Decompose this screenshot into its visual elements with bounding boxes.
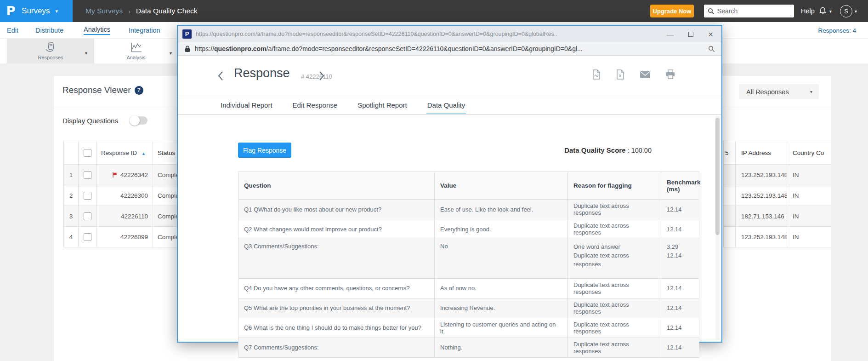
response-filter-dropdown[interactable]: All Responses ▾ xyxy=(739,84,819,99)
ip-value: 182.71.153.146 xyxy=(736,206,787,227)
value-cell: Everything is good. xyxy=(435,219,568,239)
row-checkbox[interactable] xyxy=(84,192,91,200)
modal-scrollbar[interactable] xyxy=(715,116,720,340)
value-cell: Ease of use. Like the look and feel. xyxy=(435,200,568,219)
status-value: Comple xyxy=(153,227,177,247)
next-response-icon[interactable] xyxy=(318,70,325,81)
response-id-link[interactable]: 42226110 xyxy=(97,206,153,227)
lock-icon xyxy=(185,46,190,52)
minimize-button[interactable]: — xyxy=(667,31,674,38)
svg-text:X: X xyxy=(619,74,622,78)
column-header-response-id[interactable]: Response ID▲ xyxy=(97,141,153,165)
table-row: Q2 What changes would most improve our p… xyxy=(238,219,699,239)
bell-icon xyxy=(818,6,827,16)
scrollbar-thumb[interactable] xyxy=(715,118,720,235)
tab-integration[interactable]: Integration xyxy=(129,22,160,39)
address-bar[interactable]: https://questionpro.com/a/frame.do?mode=… xyxy=(178,42,721,56)
print-icon[interactable] xyxy=(665,69,675,80)
status-value: Comple xyxy=(153,185,177,206)
maximize-button[interactable] xyxy=(688,32,693,37)
previous-response-icon[interactable] xyxy=(217,70,224,81)
row-checkbox[interactable] xyxy=(84,212,91,220)
tab-analytics[interactable]: Analytics xyxy=(84,22,110,39)
value-cell: As of now no. xyxy=(435,278,568,298)
reason-cell: Duplicate text across responses xyxy=(568,278,661,298)
column-header-status: Status xyxy=(153,141,177,165)
table-row: 182.71.153.146 IN xyxy=(724,206,831,227)
email-icon[interactable] xyxy=(640,69,651,80)
help-link[interactable]: Help xyxy=(801,0,815,22)
global-search[interactable] xyxy=(704,5,794,17)
reason-cell: Duplicate text across responses xyxy=(568,200,661,219)
export-excel-icon[interactable]: X xyxy=(616,69,625,80)
question-cell: Q6 What is the one thing I should do to … xyxy=(238,318,435,338)
status-value: Comple xyxy=(153,206,177,227)
response-id-link[interactable]: 42226342 xyxy=(97,165,153,185)
display-questions-toggle[interactable] xyxy=(130,116,148,125)
value-cell: Increasing Revenue. xyxy=(435,298,568,318)
divider xyxy=(178,114,721,115)
avatar: S xyxy=(840,5,852,17)
responses-table-left: Response ID▲ Status 1 42226342 Comple xyxy=(63,141,177,250)
question-cell: Q3 Comments/Suggestions: xyxy=(238,239,435,279)
benchmark-cell: 12.14 xyxy=(661,200,699,219)
table-row: 3 42226110 Comple xyxy=(64,206,177,227)
table-row: Q1 QWhat do you like most about our new … xyxy=(238,200,699,219)
tab-distribute[interactable]: Distribute xyxy=(35,22,63,39)
benchmark-cell: 12.14 xyxy=(661,219,699,239)
tab-edit[interactable]: Edit xyxy=(7,22,18,39)
column-header-benchmark: Benchmark (ms) xyxy=(661,172,699,200)
search-icon xyxy=(708,8,715,15)
value-cell: Listening to customer queries and acting… xyxy=(435,318,568,338)
toolbar-responses[interactable]: Responses ▾ xyxy=(7,39,94,63)
response-id-link[interactable]: 42226300 xyxy=(97,185,153,206)
tab-individual-report[interactable]: Individual Report xyxy=(220,96,273,115)
table-row: 123.252.193.148 IN xyxy=(724,165,831,185)
upgrade-now-button[interactable]: Upgrade Now xyxy=(650,5,694,17)
screen: P Surveys ▾ My Surveys › Data Quality Ch… xyxy=(0,0,868,361)
toggle-knob xyxy=(130,115,140,126)
notifications-button[interactable]: ▾ xyxy=(818,0,832,22)
page-title: Response Viewer ? xyxy=(62,85,143,95)
table-row: Q7 Comments/Suggestions: Nothing. Duplic… xyxy=(238,338,699,357)
product-switcher[interactable]: P Surveys ▾ xyxy=(0,0,73,22)
value-cell: No xyxy=(435,239,568,279)
close-button[interactable]: × xyxy=(708,30,713,39)
row-checkbox[interactable] xyxy=(84,171,91,179)
benchmark-cell: 12.14 xyxy=(661,318,699,338)
chevron-down-icon[interactable]: ▾ xyxy=(170,51,172,56)
benchmark-cell: 12.14 xyxy=(661,338,699,357)
table-row: Q5 What are the top priorities in your b… xyxy=(238,298,699,318)
question-cell: Q7 Comments/Suggestions: xyxy=(238,338,435,357)
window-titlebar[interactable]: P https://questionpro.com/a/frame.do?mod… xyxy=(178,26,721,42)
row-number: 2 xyxy=(64,185,79,206)
breadcrumb-my-surveys[interactable]: My Surveys xyxy=(85,7,123,15)
search-input[interactable] xyxy=(717,7,786,15)
responses-count-badge: Responses: 4 xyxy=(818,22,856,39)
country-value: IN xyxy=(787,227,831,247)
tab-data-quality[interactable]: Data Quality xyxy=(426,96,466,115)
chevron-down-icon[interactable]: ▾ xyxy=(85,51,87,56)
table-row: 2 42226300 Comple xyxy=(64,185,177,206)
select-all-checkbox[interactable] xyxy=(84,149,91,157)
flag-icon xyxy=(112,172,118,178)
tab-edit-response[interactable]: Edit Response xyxy=(292,96,339,115)
table-row: 123.252.193.148 IN xyxy=(724,185,831,206)
account-menu[interactable]: S ▾ xyxy=(840,0,857,22)
row-number: 1 xyxy=(64,165,79,185)
row-checkbox[interactable] xyxy=(84,233,91,241)
benchmark-cell: 12.14 xyxy=(661,278,699,298)
response-id-link[interactable]: 42226099 xyxy=(97,227,153,247)
column-header-value: Value xyxy=(435,172,568,200)
country-value: IN xyxy=(787,165,831,185)
zoom-icon[interactable] xyxy=(708,46,715,52)
export-pdf-icon[interactable] xyxy=(592,69,601,80)
breadcrumb-separator-icon: › xyxy=(128,7,130,15)
toolbar-analysis[interactable]: Analysis ▾ xyxy=(95,39,177,63)
help-tooltip-icon[interactable]: ? xyxy=(135,86,143,95)
benchmark-cell: 3.29 12.14 xyxy=(661,239,699,279)
question-cell: Q4 Do you have any other comments, quest… xyxy=(238,278,435,298)
tab-spotlight-report[interactable]: Spotlight Report xyxy=(357,96,408,115)
flag-response-button[interactable]: Flag Response xyxy=(238,143,291,158)
top-navbar: P Surveys ▾ My Surveys › Data Quality Ch… xyxy=(0,0,868,22)
